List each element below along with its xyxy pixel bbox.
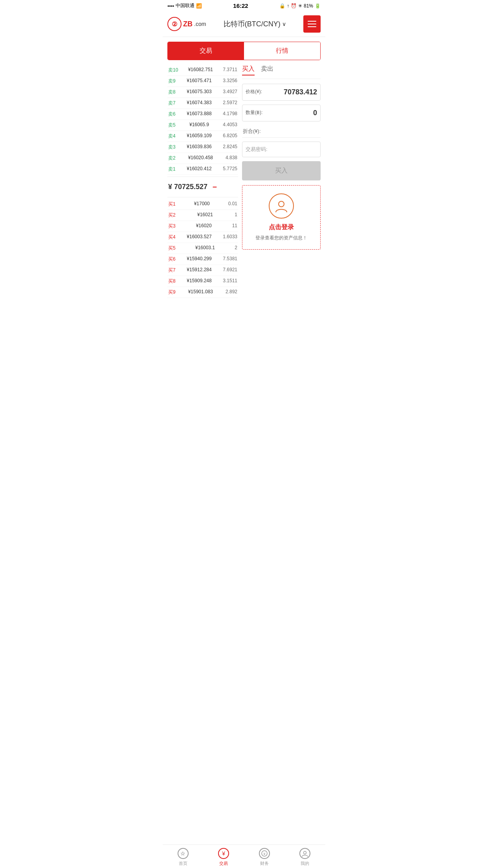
- sell-price: ¥16039.836: [187, 144, 211, 151]
- logo-symbol: ②: [172, 20, 177, 28]
- buy-order-row[interactable]: 买6 ¥15940.299 7.5381: [167, 254, 238, 265]
- sell-price: ¥16059.109: [187, 133, 211, 140]
- mid-price-symbol: －: [211, 182, 218, 192]
- buy-label: 买3: [168, 223, 176, 230]
- sell-amount: 3.4927: [223, 89, 237, 96]
- sell-orders: 卖10 ¥16082.751 7.3711 卖9 ¥16075.471 3.32…: [167, 65, 238, 175]
- price-label: 价格(¥):: [246, 88, 262, 95]
- sell-amount: 2.5972: [223, 100, 237, 107]
- login-text[interactable]: 点击登录: [247, 223, 316, 232]
- status-bar: ▪▪▪▪ 中国联通 📶 16:22 🔒 ↑ ⏰ ✳ 81% 🔋: [163, 0, 325, 11]
- sell-amount: 3.3256: [223, 78, 237, 85]
- sell-price: ¥16065.9: [189, 122, 209, 129]
- header: ② ZB .com 比特币(BTC/CNY) ∨: [163, 11, 325, 37]
- buy-sell-tabs: 买入 卖出: [242, 65, 321, 79]
- buy-order-row[interactable]: 买1 ¥17000 0.01: [167, 199, 238, 210]
- sell-order-row[interactable]: 卖9 ¥16075.471 3.3256: [167, 76, 238, 87]
- sell-order-row[interactable]: 卖3 ¥16039.836 2.8245: [167, 142, 238, 153]
- sell-order-row[interactable]: 卖5 ¥16065.9 4.4053: [167, 120, 238, 131]
- password-field[interactable]: 交易密码:: [242, 142, 321, 157]
- menu-line-3: [308, 26, 316, 27]
- buy-label: 买6: [168, 256, 176, 263]
- buy-price: ¥16003.527: [187, 234, 211, 241]
- buy-label: 买9: [168, 289, 176, 296]
- sell-label: 卖2: [168, 155, 176, 162]
- logo-circle: ②: [167, 17, 182, 31]
- buy-amount: 11: [232, 223, 237, 230]
- price-field: 价格(¥): 70783.412: [242, 84, 321, 101]
- tab-trade[interactable]: 交易: [168, 42, 244, 60]
- menu-line-2: [308, 24, 316, 24]
- sell-order-row[interactable]: 卖6 ¥16073.888 4.1798: [167, 109, 238, 120]
- buy-price: ¥15940.299: [187, 256, 211, 263]
- password-label: 交易密码:: [246, 146, 268, 152]
- sell-amount: 4.1798: [223, 111, 237, 118]
- menu-button[interactable]: [303, 15, 321, 33]
- logo-zb: ZB: [183, 20, 193, 28]
- sell-order-row[interactable]: 卖1 ¥16020.412 5.7725: [167, 164, 238, 175]
- amount-label: 数量(฿):: [246, 109, 262, 116]
- status-left: ▪▪▪▪ 中国联通 📶: [167, 2, 202, 9]
- amount-value[interactable]: 0: [313, 109, 317, 117]
- lock-icon: 🔒: [279, 3, 285, 9]
- sell-price: ¥16075.303: [187, 89, 211, 96]
- signal-icon: ▪▪▪▪: [167, 3, 174, 9]
- buy-label: 买2: [168, 212, 176, 219]
- sell-label: 卖5: [168, 122, 176, 129]
- sell-price: ¥16074.383: [187, 100, 211, 107]
- sell-order-row[interactable]: 卖8 ¥16075.303 3.4927: [167, 87, 238, 98]
- buy-order-row[interactable]: 买2 ¥16021 1: [167, 210, 238, 221]
- login-prompt[interactable]: 点击登录 登录查看您的资产信息！: [242, 185, 321, 250]
- sell-amount: 6.8205: [223, 133, 237, 140]
- total-label: 折合(¥):: [243, 128, 261, 134]
- wifi-icon: 📶: [196, 3, 202, 9]
- buy-order-row[interactable]: 买3 ¥16020 11: [167, 221, 238, 232]
- buy-label: 买1: [168, 201, 176, 208]
- alarm-icon: ⏰: [291, 3, 297, 9]
- buy-price: ¥16003.1: [195, 245, 215, 252]
- buy-label: 买4: [168, 234, 176, 241]
- buy-order-row[interactable]: 买5 ¥16003.1 2: [167, 243, 238, 254]
- sell-label: 卖9: [168, 78, 176, 85]
- header-title[interactable]: 比特币(BTC/CNY) ∨: [224, 19, 286, 29]
- buy-tab[interactable]: 买入: [242, 65, 255, 75]
- status-right: 🔒 ↑ ⏰ ✳ 81% 🔋: [279, 3, 321, 9]
- buy-order-row[interactable]: 买9 ¥15901.083 2.892: [167, 287, 238, 298]
- buy-order-row[interactable]: 买4 ¥16003.527 1.6033: [167, 232, 238, 243]
- buy-label: 买5: [168, 245, 176, 252]
- sell-label: 卖10: [168, 67, 178, 74]
- buy-order-row[interactable]: 买8 ¥15909.248 3.1511: [167, 276, 238, 287]
- carrier: 中国联通: [176, 2, 194, 9]
- sell-price: ¥16073.888: [187, 111, 211, 118]
- sell-order-row[interactable]: 卖4 ¥16059.109 6.8205: [167, 131, 238, 142]
- buy-price: ¥17000: [194, 201, 210, 208]
- buy-price: ¥15909.248: [187, 278, 211, 285]
- sell-order-row[interactable]: 卖2 ¥16020.458 4.838: [167, 153, 238, 164]
- tab-market[interactable]: 行情: [244, 42, 320, 60]
- buy-amount: 1: [235, 212, 237, 219]
- svg-point-0: [279, 201, 284, 207]
- sell-label: 卖1: [168, 166, 176, 173]
- menu-line-1: [308, 21, 316, 22]
- trade-panel: 买入 卖出 价格(¥): 70783.412 数量(฿): 0 折合(¥): 交…: [242, 65, 321, 298]
- sell-price: ¥16020.458: [188, 155, 213, 162]
- buy-amount: 7.5381: [223, 256, 237, 263]
- sell-tab[interactable]: 卖出: [261, 65, 273, 75]
- pair-name: 比特币(BTC/CNY): [224, 19, 281, 29]
- sell-amount: 4.838: [226, 155, 237, 162]
- buy-amount: 2.892: [226, 289, 237, 296]
- buy-button[interactable]: 买入: [242, 161, 321, 180]
- buy-order-row[interactable]: 买7 ¥15912.284 7.6921: [167, 265, 238, 276]
- mid-price-value: ¥ 70725.527: [168, 183, 207, 191]
- sell-price: ¥16075.471: [187, 78, 211, 85]
- sell-label: 卖4: [168, 133, 176, 140]
- sell-label: 卖6: [168, 111, 176, 118]
- dropdown-chevron-icon[interactable]: ∨: [282, 21, 286, 27]
- sell-order-row[interactable]: 卖10 ¥16082.751 7.3711: [167, 65, 238, 76]
- total-field: 折合(¥):: [242, 125, 321, 138]
- logo: ② ZB .com: [167, 17, 206, 31]
- sell-amount: 7.3711: [223, 67, 237, 74]
- price-value[interactable]: 70783.412: [284, 88, 317, 96]
- sell-order-row[interactable]: 卖7 ¥16074.383 2.5972: [167, 98, 238, 109]
- sell-price: ¥16020.412: [187, 166, 211, 173]
